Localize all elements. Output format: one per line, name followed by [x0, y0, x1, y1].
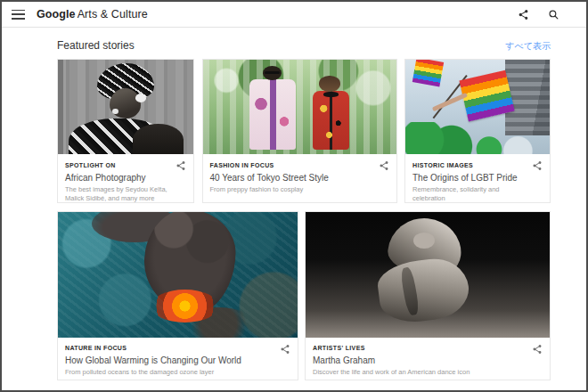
section-title: Featured stories — [57, 36, 135, 56]
story-title: 40 Years of Tokyo Street Style — [210, 172, 389, 184]
topbar-actions — [518, 9, 559, 20]
story-title: African Photography — [65, 172, 186, 184]
story-category: HISTORIC IMAGES — [412, 161, 543, 169]
section-header: Featured stories すべて表示 — [57, 36, 551, 56]
story-card-martha-graham[interactable]: ARTISTS' LIVES Martha Graham Discover th… — [305, 211, 551, 380]
story-description: Remembrance, solidarity and celebration — [412, 185, 543, 203]
story-description: From preppy fashion to cosplay — [210, 185, 389, 194]
story-meta: ARTISTS' LIVES Martha Graham Discover th… — [306, 338, 550, 380]
app-logo[interactable]: GoogleArts & Culture — [37, 8, 148, 20]
page: GoogleArts & Culture Featured stories すべ… — [0, 0, 588, 392]
story-image-martha-graham — [306, 212, 550, 338]
story-meta: NATURE IN FOCUS How Global Warming is Ch… — [58, 338, 298, 380]
logo-secondary: Arts & Culture — [78, 8, 148, 20]
story-title: Martha Graham — [313, 355, 543, 366]
story-image-tokyo-street-style — [203, 60, 396, 154]
share-icon[interactable] — [532, 344, 543, 355]
story-category: NATURE IN FOCUS — [65, 344, 290, 352]
story-title: How Global Warming is Changing Our World — [65, 355, 290, 366]
logo-primary: Google — [37, 8, 76, 20]
menu-icon[interactable] — [12, 10, 25, 20]
show-all-link[interactable]: すべて表示 — [505, 40, 551, 53]
share-icon[interactable] — [532, 160, 543, 171]
story-card-lgbt-pride[interactable]: HISTORIC IMAGES The Origins of LGBT Prid… — [404, 59, 551, 203]
story-card-global-warming[interactable]: NATURE IN FOCUS How Global Warming is Ch… — [57, 211, 298, 380]
story-row-bottom: NATURE IN FOCUS How Global Warming is Ch… — [57, 211, 551, 380]
featured-stories-section: Featured stories すべて表示 SPOTLIGHT ON Afri… — [2, 36, 586, 380]
share-icon[interactable] — [379, 160, 389, 171]
story-meta: FASHION IN FOCUS 40 Years of Tokyo Stree… — [203, 154, 396, 202]
story-description: The best images by Seydou Keïta, Malick … — [65, 185, 186, 203]
story-image-global-warming — [58, 212, 298, 338]
share-icon[interactable] — [176, 160, 186, 171]
story-category: ARTISTS' LIVES — [313, 344, 543, 352]
story-meta: HISTORIC IMAGES The Origins of LGBT Prid… — [405, 154, 550, 202]
story-category: SPOTLIGHT ON — [65, 161, 186, 169]
story-description: From polluted oceans to the damaged ozon… — [65, 368, 290, 377]
search-icon[interactable] — [548, 9, 559, 20]
story-image-african-photography — [58, 60, 193, 154]
story-card-african-photography[interactable]: SPOTLIGHT ON African Photography The bes… — [57, 59, 194, 203]
topbar: GoogleArts & Culture — [2, 2, 586, 28]
story-card-tokyo-street-style[interactable]: FASHION IN FOCUS 40 Years of Tokyo Stree… — [202, 59, 397, 203]
story-description: Discover the life and work of an America… — [313, 368, 543, 377]
share-icon[interactable] — [280, 344, 290, 355]
story-image-lgbt-pride — [405, 60, 550, 154]
story-category: FASHION IN FOCUS — [210, 161, 389, 169]
story-title: The Origins of LGBT Pride — [412, 172, 543, 184]
story-meta: SPOTLIGHT ON African Photography The bes… — [58, 154, 193, 202]
story-row-top: SPOTLIGHT ON African Photography The bes… — [57, 59, 551, 203]
share-icon[interactable] — [518, 9, 529, 20]
